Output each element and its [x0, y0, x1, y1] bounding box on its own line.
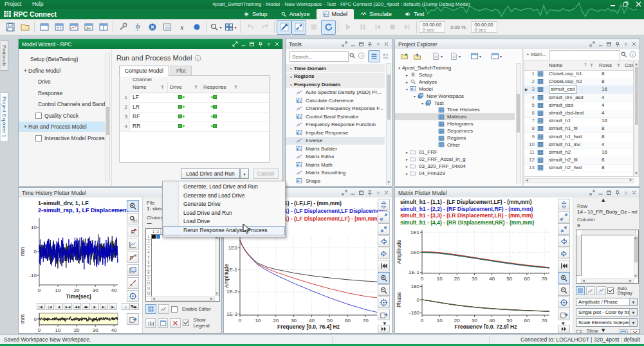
- tool-item-frequency-response-function[interactable]: Frequency Response Function: [286, 121, 385, 129]
- project-explorer-titlebar[interactable]: Project Explorer ?: [395, 39, 639, 50]
- auto-display-checkbox[interactable]: [607, 287, 614, 294]
- trace2-mode-button[interactable]: [596, 286, 605, 295]
- close-icon[interactable]: [383, 189, 390, 196]
- pe-toolbar-folder-up-button[interactable]: [410, 50, 424, 63]
- matrix-plotter-titlebar[interactable]: Matrix Plotter Model ?: [395, 188, 639, 198]
- plot-nav-button[interactable]: |◀|: [37, 303, 45, 310]
- checkbox-unchecked[interactable]: [35, 135, 42, 141]
- toolbar-step-end-button[interactable]: [400, 20, 414, 35]
- expander-down-icon[interactable]: ▾: [23, 124, 28, 129]
- minimize-icon[interactable]: [597, 189, 604, 196]
- trace-mode-button[interactable]: [586, 286, 595, 295]
- tool-item-matrix-math[interactable]: Matrix Math: [286, 161, 385, 168]
- th-tool-mag-sel-button[interactable]: [127, 213, 139, 224]
- toolbar-step-back-button[interactable]: [370, 20, 385, 35]
- help-icon[interactable]: ?: [265, 41, 272, 48]
- pin-icon[interactable]: [614, 189, 621, 196]
- pe-tree-item-regions[interactable]: Regions: [395, 134, 515, 141]
- matrix-row-simult_h2_fil[interactable]: 12simult_h2_fil8: [524, 156, 633, 165]
- clear-button[interactable]: [170, 318, 180, 328]
- minimize-icon[interactable]: [349, 41, 356, 48]
- cmp-tool-export-button[interactable]: [378, 309, 390, 320]
- ribbon-tab-model[interactable]: Model: [317, 9, 354, 19]
- toolbar-open-button[interactable]: [17, 20, 32, 35]
- plot-nav-button[interactable]: ◀▶: [82, 303, 90, 310]
- pe-toolbar-doc-button[interactable]: ▾: [428, 50, 446, 63]
- expander-down-icon[interactable]: ▾: [23, 68, 28, 73]
- tool-item-matrix-builder[interactable]: Matrix Builder: [286, 145, 385, 152]
- th-tool-layers-button[interactable]: [127, 264, 139, 276]
- view-list-button[interactable]: [368, 50, 380, 62]
- matrix-row-simult_h1_fwd[interactable]: 9simult_h1_fwd8: [524, 133, 633, 141]
- pe-tree-item-03-320-frf-04x04[interactable]: ▸03_320_FRF_04x04: [395, 163, 515, 170]
- help-icon[interactable]: ?: [622, 189, 629, 196]
- pe-tree-item-matrices[interactable]: Matrices: [395, 113, 515, 120]
- matrix-row-simult_drv_asd[interactable]: 4simult_drv_asd4: [524, 94, 633, 102]
- float-icon[interactable]: [341, 189, 348, 196]
- pin-icon[interactable]: [614, 41, 621, 48]
- pe-toolbar-winicon-button[interactable]: ▾: [467, 50, 484, 63]
- combo-dropdown-icon[interactable]: ▼: [629, 298, 637, 305]
- mp-tool-collapse-button[interactable]: [558, 223, 570, 235]
- show-legend-checkbox[interactable]: [576, 330, 582, 333]
- scroll-up-icon[interactable]: ▲: [633, 235, 638, 240]
- mp-tool-expand-button[interactable]: [558, 211, 570, 223]
- pe-tree-item-time-histories[interactable]: Time Histories: [395, 106, 515, 113]
- cmp-tool-collapse-button[interactable]: [378, 223, 390, 235]
- pe-tree-item-01-frf[interactable]: ▸01_FRF: [395, 149, 515, 156]
- float-icon[interactable]: [341, 41, 348, 48]
- grid-view-button[interactable]: [145, 304, 156, 314]
- cmp-fast-forward-button[interactable]: [378, 325, 390, 332]
- plot-nav-button[interactable]: +: [122, 303, 130, 310]
- wizard-tree-item-interactive-model-processor[interactable]: Interactive Model Processor: [19, 133, 105, 143]
- close-icon[interactable]: [383, 41, 390, 48]
- info-icon[interactable]: i: [194, 55, 201, 63]
- toolbar-pause-button[interactable]: [355, 20, 370, 35]
- channel-row-rr[interactable]: 4RR: [120, 122, 269, 132]
- maximize-icon[interactable]: [248, 41, 255, 48]
- expander-down-icon[interactable]: ▾: [412, 94, 418, 98]
- maximize-icon[interactable]: [358, 189, 365, 196]
- th-tool-target-button[interactable]: [127, 290, 139, 302]
- matrix-row-closeloop_h1[interactable]: 1CloseLoop_h18: [524, 70, 633, 78]
- filter-icon[interactable]: [160, 84, 165, 91]
- mp-tool-arr-right-button[interactable]: [558, 248, 570, 259]
- matrix-row-simult_h1_fil[interactable]: 8simult_h1_fil8: [524, 125, 633, 133]
- tools-titlebar[interactable]: Tools ?: [286, 39, 392, 50]
- wizard-tree-item-response[interactable]: Response: [19, 88, 105, 98]
- toolbar-record-button[interactable]: [189, 20, 204, 35]
- filter-icon[interactable]: [589, 62, 594, 69]
- enable-editor-checkbox[interactable]: [171, 306, 178, 313]
- expander-right-icon[interactable]: ▸: [404, 150, 410, 154]
- toolbar-win-table-button[interactable]: [51, 20, 66, 35]
- tools-category-time-domain[interactable]: ⌄Time Domain: [286, 64, 385, 72]
- matrix-row-closeloop_h2[interactable]: 2CloseLoop_h28: [524, 78, 633, 86]
- window-button[interactable]: [158, 318, 168, 328]
- mp-fast-forward-button[interactable]: [558, 325, 570, 332]
- dropdown-arrow-icon[interactable]: ▾: [234, 25, 236, 30]
- legend-clear-button[interactable]: [630, 329, 639, 334]
- toolbar-disconnect-button[interactable]: [291, 20, 306, 35]
- menu-item-load-drive[interactable]: Load Drive: [163, 217, 285, 226]
- plot-nav-button[interactable]: ▶◀: [64, 303, 72, 310]
- pin-icon[interactable]: [366, 41, 373, 48]
- toolbar-slider-button[interactable]: [130, 20, 145, 35]
- wizard-tab-compute-model[interactable]: Compute Model: [119, 66, 169, 77]
- cancel-button[interactable]: Cancel: [253, 168, 279, 179]
- grid-hscrollbar[interactable]: [581, 278, 634, 283]
- sidebar-scroll-up-icon[interactable]: ▲: [602, 197, 605, 203]
- toolbar-win-new-button[interactable]: [37, 20, 51, 35]
- dropdown-arrow-icon[interactable]: ▾: [479, 54, 481, 59]
- th-tool-line-slope-button[interactable]: [127, 277, 139, 289]
- pe-tree-item-04-frm329[interactable]: ▸04_Frm329: [395, 170, 515, 177]
- combo-dropdown-icon[interactable]: ▼: [629, 319, 637, 326]
- pe-toolbar-winicon-button[interactable]: ▾: [488, 50, 505, 63]
- th-tool-flag-pr-button[interactable]: P: [127, 251, 139, 263]
- toolbar-undo-button[interactable]: [243, 20, 257, 35]
- channel-selector-grid[interactable]: 1234567891011121314123456789101112▲▼◀▶: [145, 228, 220, 302]
- plot-nav-button[interactable]: ◀◀: [73, 303, 81, 310]
- th-tool-flag-p-button[interactable]: P: [127, 226, 139, 237]
- toolbar-wrench-button[interactable]: [115, 20, 130, 35]
- plot-nav-button[interactable]: ▶: [91, 303, 99, 310]
- scroll-down-icon[interactable]: ▼: [634, 170, 639, 176]
